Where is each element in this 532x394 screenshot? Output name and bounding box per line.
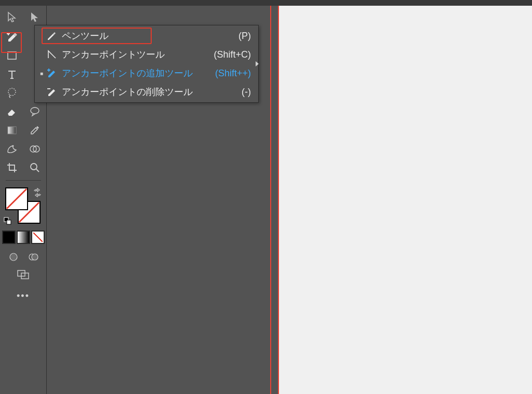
svg-point-12 bbox=[10, 253, 17, 261]
screen-mode-icon bbox=[17, 269, 30, 280]
crop-tool-icon bbox=[6, 161, 18, 174]
flyout-shortcut: (P) bbox=[238, 31, 251, 42]
tool-row-1 bbox=[1, 7, 46, 28]
add-anchor-pen-tool[interactable] bbox=[3, 28, 21, 46]
zoom-tool[interactable] bbox=[26, 159, 44, 176]
pen-plus-icon bbox=[45, 67, 59, 79]
pen-icon bbox=[45, 31, 59, 41]
flyout-label: アンカーポイントの削除ツール bbox=[62, 86, 193, 98]
svg-rect-0 bbox=[8, 52, 16, 59]
draw-normal-button[interactable] bbox=[6, 250, 21, 264]
swap-fill-stroke-icon[interactable] bbox=[33, 188, 42, 199]
color-mode-row bbox=[0, 230, 46, 244]
eraser-tool-icon bbox=[6, 105, 18, 118]
pen-minus-icon bbox=[45, 86, 59, 98]
flyout-label: アンカーポイントの追加ツール bbox=[62, 67, 193, 79]
color-mode-none[interactable] bbox=[31, 230, 45, 244]
perspective-warp-tool[interactable] bbox=[3, 140, 21, 158]
eraser-tool[interactable] bbox=[3, 103, 21, 120]
svg-rect-11 bbox=[7, 220, 11, 224]
edit-tools-button[interactable]: ••• bbox=[0, 291, 46, 302]
lasso-tool-icon bbox=[6, 87, 18, 99]
toolbox-divider bbox=[6, 180, 41, 181]
screen-mode-row bbox=[0, 266, 46, 283]
perspective-warp-tool-icon bbox=[6, 143, 18, 155]
gradient-tool-icon bbox=[6, 125, 18, 136]
rectangle-tool[interactable] bbox=[3, 47, 21, 64]
angle-icon bbox=[45, 49, 59, 60]
flyout-label: アンカーポイントツール bbox=[62, 48, 165, 61]
color-mode-gradient[interactable] bbox=[17, 230, 30, 244]
draw-behind-button[interactable] bbox=[26, 250, 41, 264]
fill-stroke-swatches[interactable] bbox=[3, 187, 44, 228]
flyout-shortcut: (Shift++) bbox=[215, 68, 251, 79]
screen-mode-button[interactable] bbox=[15, 266, 32, 283]
crop-tool[interactable] bbox=[3, 159, 21, 176]
zoom-tool-icon bbox=[29, 161, 41, 174]
guide-line-1 bbox=[270, 6, 271, 394]
artboard-canvas[interactable] bbox=[279, 6, 532, 394]
flyout-current-marker: ■ bbox=[38, 71, 45, 76]
speech-balloon-tool-icon bbox=[29, 105, 41, 118]
svg-line-8 bbox=[6, 189, 26, 209]
flyout-shortcut: (Shift+C) bbox=[214, 49, 251, 60]
tool-row-6 bbox=[1, 102, 46, 121]
svg-point-1 bbox=[8, 88, 16, 96]
flyout-shortcut: (-) bbox=[242, 87, 251, 98]
rectangle-tool-icon bbox=[6, 50, 18, 61]
window-top-bar bbox=[0, 0, 532, 6]
flyout-item-add-anchor[interactable]: ■ アンカーポイントの追加ツール (Shift++) bbox=[35, 64, 258, 83]
svg-point-2 bbox=[31, 107, 39, 114]
add-anchor-pen-icon bbox=[5, 30, 19, 44]
svg-point-7 bbox=[31, 164, 37, 170]
lasso-tool[interactable] bbox=[3, 84, 21, 102]
none-slash-icon bbox=[6, 188, 28, 210]
svg-point-4 bbox=[12, 145, 14, 147]
pen-tool-flyout: ペンツール (P) アンカーポイントツール (Shift+C) ■ アンカーポイ… bbox=[34, 25, 259, 103]
draw-normal-icon bbox=[8, 251, 19, 263]
eyedropper-tool-icon bbox=[29, 124, 41, 137]
direct-selection-tool[interactable] bbox=[26, 8, 44, 26]
shape-builder-tool[interactable] bbox=[26, 140, 44, 158]
selection-tool-icon bbox=[6, 11, 18, 23]
tool-row-8 bbox=[1, 140, 46, 158]
direct-selection-tool-icon bbox=[29, 11, 41, 23]
type-tool-icon bbox=[6, 69, 18, 80]
flyout-item-pen[interactable]: ペンツール (P) bbox=[35, 26, 258, 45]
tool-row-7 bbox=[1, 121, 46, 140]
shape-builder-tool-icon bbox=[29, 143, 41, 155]
selection-tool[interactable] bbox=[3, 8, 21, 26]
type-tool[interactable] bbox=[3, 65, 21, 83]
gradient-tool[interactable] bbox=[3, 121, 21, 139]
color-mode-solid[interactable] bbox=[2, 230, 16, 244]
flyout-item-anchor-point[interactable]: アンカーポイントツール (Shift+C) bbox=[35, 45, 258, 64]
tool-row-9 bbox=[1, 158, 46, 177]
speech-balloon-tool[interactable] bbox=[26, 103, 44, 120]
svg-point-14 bbox=[32, 254, 38, 260]
fill-swatch[interactable] bbox=[5, 187, 28, 210]
draw-behind-icon bbox=[28, 251, 39, 263]
svg-rect-3 bbox=[8, 127, 16, 134]
draw-mode-row bbox=[0, 248, 46, 266]
flyout-label: ペンツール bbox=[62, 30, 109, 42]
flyout-item-delete-anchor[interactable]: アンカーポイントの削除ツール (-) bbox=[35, 83, 258, 101]
eyedropper-tool[interactable] bbox=[26, 121, 44, 139]
default-fill-stroke-icon[interactable] bbox=[4, 217, 12, 227]
